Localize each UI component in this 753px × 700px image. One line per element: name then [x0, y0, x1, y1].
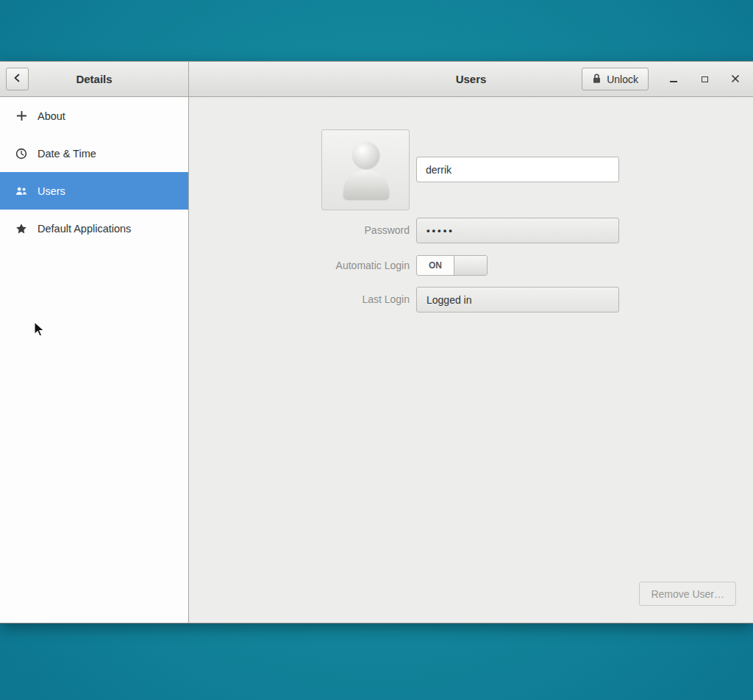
- chevron-left-icon: [12, 72, 24, 86]
- automatic-login-toggle[interactable]: ON: [416, 255, 488, 276]
- sidebar-item-default-applications[interactable]: Default Applications: [0, 210, 188, 247]
- window-controls: [663, 62, 746, 97]
- last-login-label: Last Login: [189, 287, 410, 312]
- sidebar-item-date-time[interactable]: Date & Time: [0, 135, 188, 172]
- sidebar-item-label: Users: [38, 185, 65, 197]
- sidebar-item-label: Date & Time: [38, 148, 96, 160]
- close-icon: [731, 74, 740, 85]
- username-input[interactable]: [416, 157, 619, 182]
- sidebar: About Date & Time: [0, 97, 189, 623]
- user-avatar-button[interactable]: [321, 129, 410, 210]
- clock-icon: [15, 148, 27, 160]
- plus-icon: [15, 110, 27, 122]
- close-button[interactable]: [725, 69, 746, 90]
- toggle-state-label: ON: [417, 256, 454, 275]
- unlock-button[interactable]: Unlock: [582, 68, 649, 90]
- sidebar-header: Details: [0, 62, 189, 97]
- last-login-button[interactable]: Logged in: [416, 287, 619, 312]
- users-panel: Password ••••• Automatic Login ON Last L…: [189, 97, 753, 623]
- settings-window: Details Users Unlock: [0, 61, 753, 624]
- automatic-login-label: Automatic Login: [189, 255, 410, 276]
- star-icon: [15, 223, 27, 235]
- maximize-icon: [702, 76, 708, 82]
- remove-user-button[interactable]: Remove User…: [639, 582, 736, 606]
- lock-icon: [592, 73, 602, 86]
- minimize-icon: [670, 76, 677, 82]
- sidebar-item-label: About: [38, 110, 65, 122]
- sidebar-item-users[interactable]: Users: [0, 172, 188, 210]
- toggle-handle: [454, 256, 487, 275]
- minimize-button[interactable]: [663, 69, 684, 90]
- password-label: Password: [189, 218, 410, 243]
- headerbar: Details Users Unlock: [0, 62, 753, 97]
- content-header: Users Unlock: [189, 62, 753, 97]
- password-field[interactable]: •••••: [416, 218, 619, 243]
- sidebar-item-label: Default Applications: [38, 223, 131, 235]
- back-button[interactable]: [6, 68, 29, 90]
- users-icon: [15, 185, 27, 197]
- sidebar-item-about[interactable]: About: [0, 97, 188, 135]
- unlock-button-label: Unlock: [607, 74, 638, 85]
- maximize-button[interactable]: [694, 69, 715, 90]
- desktop-background: Details Users Unlock: [0, 0, 753, 700]
